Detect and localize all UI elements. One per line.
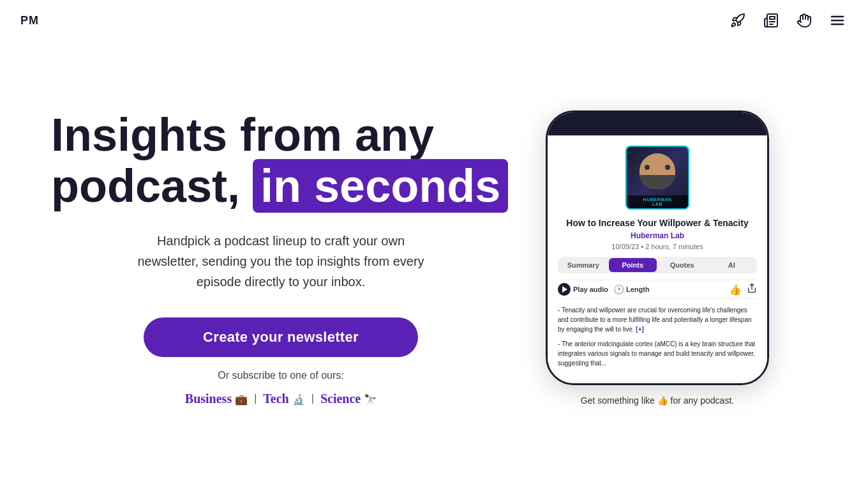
length-button[interactable]: 🕐 Length — [613, 284, 650, 294]
play-circle — [558, 283, 571, 296]
play-triangle — [562, 286, 567, 293]
play-audio-button[interactable]: Play audio — [558, 283, 608, 296]
content-para-2: - The anterior midcingulate cortex (aMCC… — [558, 339, 757, 368]
podcast-cover-inner: HUBERMANLAB — [627, 147, 688, 208]
thumbs-up-icon[interactable]: 👍 — [729, 284, 742, 296]
phone-wrapper: HUBERMANLAB How to Increase Your Willpow… — [546, 111, 769, 385]
logo: PM — [20, 14, 39, 27]
subscribe-link-tech[interactable]: Tech 🔬 — [263, 392, 304, 406]
menu-icon[interactable] — [827, 10, 848, 31]
podcast-meta: 10/09/23 • 2 hours, 7 minutes — [558, 243, 757, 250]
phone-frame: HUBERMANLAB How to Increase Your Willpow… — [546, 111, 769, 385]
content-text: - Tenacity and willpower are crucial for… — [558, 305, 757, 373]
main-container: Insights from any podcast, in seconds Ha… — [0, 41, 868, 475]
podcast-title: How to Increase Your Willpower & Tenacit… — [558, 217, 757, 229]
hero-right: HUBERMANLAB How to Increase Your Willpow… — [536, 111, 779, 406]
podcast-label: HUBERMANLAB — [627, 195, 688, 208]
content-para-1: - Tenacity and willpower are crucial for… — [558, 305, 757, 334]
length-label: Length — [626, 286, 650, 293]
title-line2-normal: podcast, — [51, 160, 240, 211]
or-text: Or subscribe to one of ours: — [51, 370, 511, 381]
subscribe-link-business[interactable]: Business 💼 — [185, 392, 248, 406]
hand-pointer-icon[interactable] — [794, 10, 814, 31]
podcast-cover: HUBERMANLAB — [625, 146, 689, 210]
title-line1: Insights from any — [51, 109, 434, 160]
subscribe-link-science[interactable]: Science 🔭 — [320, 392, 377, 406]
hero-title: Insights from any podcast, in seconds — [51, 110, 511, 211]
separator-2: | — [311, 393, 314, 404]
title-line2-highlight: in seconds — [253, 159, 508, 213]
phone-notch-bar — [548, 112, 767, 135]
nav-icons — [728, 10, 848, 31]
content-link-1[interactable]: [+] — [636, 326, 644, 333]
podcast-channel: Huberman Lab — [558, 231, 757, 240]
create-newsletter-button[interactable]: Create your newsletter — [144, 317, 418, 357]
tab-quotes[interactable]: Quotes — [658, 258, 707, 272]
play-label: Play audio — [573, 286, 608, 293]
phone-bottom-tag: Get something like 👍 for any podcast. — [574, 395, 740, 406]
header: PM — [0, 0, 868, 41]
bottom-tag-text: Get something like 👍 for any podcast. — [581, 395, 734, 406]
share-icon[interactable] — [747, 283, 757, 296]
clock-icon: 🕐 — [613, 284, 624, 294]
phone-notch — [619, 116, 696, 132]
separator-1: | — [254, 393, 257, 404]
tab-bar: Summary Points Quotes AI — [558, 257, 757, 273]
newspaper-icon[interactable] — [761, 10, 781, 31]
hero-left: Insights from any podcast, in seconds Ha… — [51, 110, 536, 406]
hero-subtitle: Handpick a podcast lineup to craft your … — [128, 231, 434, 292]
tab-ai[interactable]: AI — [708, 258, 756, 272]
subscribe-links: Business 💼 | Tech 🔬 | Science 🔭 — [51, 392, 511, 406]
tab-points[interactable]: Points — [609, 258, 657, 272]
rocket-icon[interactable] — [728, 10, 748, 31]
action-bar: Play audio 🕐 Length 👍 — [558, 280, 757, 299]
tab-summary[interactable]: Summary — [559, 258, 608, 272]
podcast-face — [627, 147, 688, 195]
phone-content: HUBERMANLAB How to Increase Your Willpow… — [548, 135, 767, 383]
